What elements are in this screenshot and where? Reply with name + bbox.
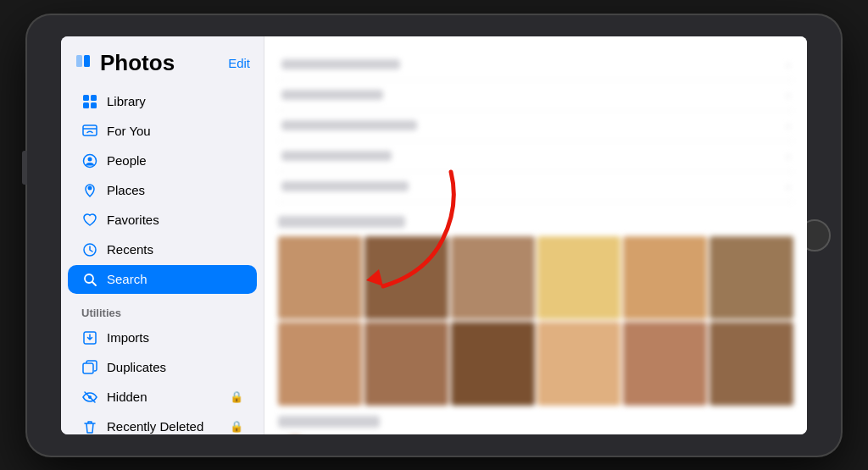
recently-deleted-lock-icon: 🔒 [230, 420, 243, 433]
svg-point-9 [88, 157, 92, 161]
photo-cell[interactable] [709, 322, 793, 406]
photo-grid-section [278, 216, 793, 406]
tablet-screen: Photos Edit Library [61, 36, 807, 434]
sidebar-header: Photos Edit [61, 50, 264, 86]
hidden-lock-icon: 🔒 [230, 390, 243, 403]
content-inner: › › › [264, 36, 807, 434]
sidebar-item-hidden[interactable]: Hidden 🔒 [68, 383, 257, 412]
places-label: Places [107, 183, 243, 197]
photo-cell[interactable] [278, 322, 362, 406]
sidebar-item-for-you[interactable]: For You [68, 117, 257, 146]
search-icon [81, 271, 98, 288]
photo-cell[interactable] [537, 236, 621, 320]
photo-cell[interactable] [623, 322, 707, 406]
photo-cell[interactable] [364, 322, 448, 406]
svg-rect-2 [83, 95, 89, 101]
utilities-section-header: Utilities [61, 295, 264, 323]
collapse-sidebar-icon[interactable] [75, 53, 92, 74]
svg-rect-0 [76, 55, 82, 67]
heart-icon [81, 212, 98, 229]
svg-rect-1 [84, 55, 90, 67]
svg-rect-15 [83, 363, 93, 373]
hidden-label: Hidden [107, 390, 221, 404]
recents-label: Recents [107, 242, 243, 257]
people-label: People [107, 153, 243, 168]
sidebar-item-recently-deleted[interactable]: Recently Deleted 🔒 [68, 412, 257, 434]
sidebar-item-places[interactable]: Places [68, 176, 257, 205]
svg-point-10 [88, 185, 92, 190]
grid-icon [81, 93, 98, 110]
favorites-label: Favorites [107, 213, 243, 227]
app-title: Photos [100, 50, 175, 76]
places-icon [81, 182, 98, 199]
sidebar-item-imports[interactable]: Imports [68, 323, 257, 352]
tablet-frame: Photos Edit Library [27, 15, 841, 456]
photo-cell[interactable] [709, 236, 793, 320]
clock-icon [81, 241, 98, 258]
svg-rect-4 [83, 102, 89, 108]
sidebar-item-recents[interactable]: Recents [68, 235, 257, 264]
photo-cell[interactable] [623, 236, 707, 320]
sidebar-item-search[interactable]: Search [68, 265, 257, 294]
photo-grid [278, 236, 793, 406]
list-row: › [278, 50, 793, 80]
svg-rect-3 [91, 95, 97, 101]
for-you-label: For You [107, 124, 243, 138]
photo-cell[interactable] [364, 236, 448, 320]
photo-cell[interactable] [451, 236, 535, 320]
edit-button[interactable]: Edit [228, 56, 250, 70]
main-content: › › › [264, 36, 807, 434]
sidebar-item-duplicates[interactable]: Duplicates [68, 353, 257, 382]
for-you-icon [81, 123, 98, 140]
search-label: Search [107, 272, 243, 286]
import-icon [81, 329, 98, 346]
recently-deleted-label: Recently Deleted [107, 419, 221, 434]
photo-cell[interactable] [278, 236, 362, 320]
sidebar-item-library[interactable]: Library [68, 87, 257, 116]
list-row: › [278, 141, 793, 172]
utilities-title: Utilities [81, 307, 121, 319]
sidebar-item-people[interactable]: People [68, 147, 257, 175]
svg-rect-5 [91, 102, 97, 108]
duplicate-icon [81, 359, 98, 376]
photo-cell[interactable] [537, 322, 621, 406]
sidebar-item-favorites[interactable]: Favorites [68, 206, 257, 235]
imports-label: Imports [107, 330, 243, 345]
svg-line-13 [92, 282, 96, 285]
svg-rect-6 [83, 125, 97, 135]
duplicates-label: Duplicates [107, 360, 243, 374]
person-circle-icon [81, 152, 98, 169]
eye-slash-icon [81, 389, 98, 406]
photo-grid-section-2 [278, 416, 793, 434]
list-row: › [278, 111, 793, 141]
trash-icon [81, 418, 98, 434]
list-row: › [278, 172, 793, 202]
photo-cell[interactable] [451, 322, 535, 406]
sidebar: Photos Edit Library [61, 36, 264, 434]
library-label: Library [107, 94, 243, 108]
list-row: › [278, 80, 793, 111]
